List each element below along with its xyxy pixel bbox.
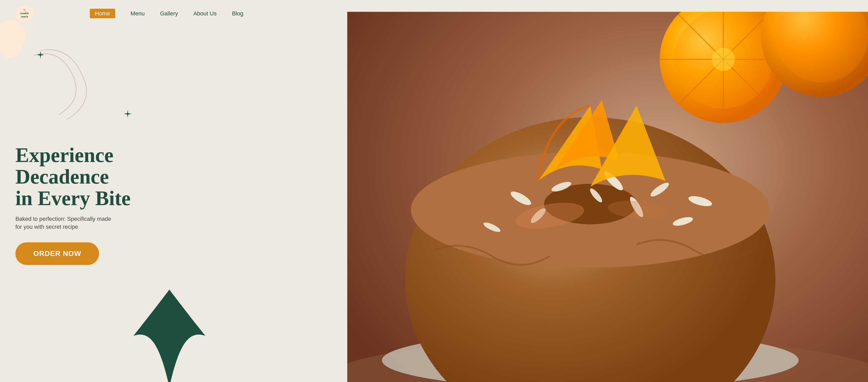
hero-subtitle: Baked to perfection: Specifically made f… xyxy=(16,215,113,231)
nav-links: Home Menu Gallery About Us Blog xyxy=(90,10,243,17)
curve-decoration xyxy=(21,42,97,120)
nav-link-blog[interactable]: Blog xyxy=(232,10,243,17)
nav-item-about[interactable]: About Us xyxy=(193,10,217,17)
star-decoration-top xyxy=(36,50,45,61)
navbar: ✿ rumble runch Home Menu Gallery About U… xyxy=(0,0,868,27)
hero-title: Experience Decadence in Every Bite xyxy=(16,144,175,209)
nav-link-gallery[interactable]: Gallery xyxy=(160,10,178,17)
order-now-button[interactable]: ORDER NOW xyxy=(16,242,99,265)
logo-text: rumble runch xyxy=(20,11,29,18)
nav-link-menu[interactable]: Menu xyxy=(131,10,145,17)
nav-link-about[interactable]: About Us xyxy=(193,10,217,17)
logo-icon: ✿ xyxy=(23,9,25,11)
nav-item-home[interactable]: Home xyxy=(90,10,115,17)
page-wrapper: ✿ rumble runch Home Menu Gallery About U… xyxy=(0,0,868,382)
hero-section: Experience Decadence in Every Bite Baked… xyxy=(0,27,868,382)
logo-circle: ✿ rumble runch xyxy=(16,5,33,23)
teal-shape-decoration xyxy=(133,290,205,382)
nav-item-menu[interactable]: Menu xyxy=(131,10,145,17)
logo[interactable]: ✿ rumble runch xyxy=(16,5,33,23)
hero-content: Experience Decadence in Every Bite Baked… xyxy=(0,144,175,265)
svg-point-23 xyxy=(712,48,735,71)
nav-item-blog[interactable]: Blog xyxy=(232,10,243,17)
cake-photo xyxy=(347,12,868,382)
star-decoration-middle xyxy=(123,109,132,120)
nav-link-home[interactable]: Home xyxy=(90,9,115,18)
nav-item-gallery[interactable]: Gallery xyxy=(160,10,178,17)
food-image xyxy=(347,12,868,382)
